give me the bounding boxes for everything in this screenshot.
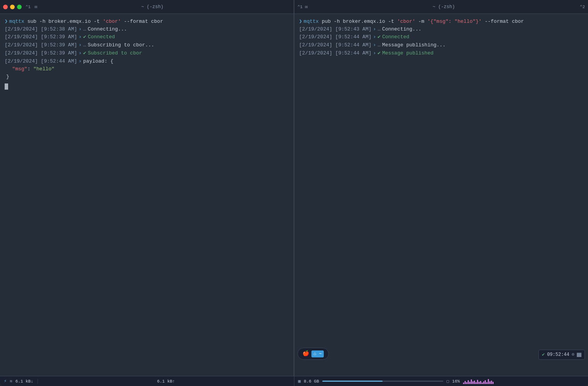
graph-bar-9: [475, 382, 477, 384]
left-cmd-sub: sub -h broker.emqx.io -t: [24, 18, 103, 26]
left-log-1-arrow: ›: [79, 33, 82, 41]
left-prompt: ❯: [5, 18, 8, 26]
minimize-button[interactable]: [10, 5, 15, 9]
left-payload-content: "msg": "hello": [5, 65, 289, 73]
left-log-1-timestamp: [2/19/2024] [9:52:39 AM]: [5, 33, 77, 41]
right-status-bar: ▦ 8.6 GB ▢ 16%: [294, 376, 588, 386]
left-terminal-content[interactable]: ❯ mqttx sub -h broker.emqx.io -t 'cbor' …: [0, 14, 294, 376]
left-cmd-mqttx: mqttx: [9, 18, 24, 26]
left-log-3-indicator: ✔: [83, 49, 86, 58]
left-log-0-msg: Connecting...: [88, 26, 127, 34]
right-log-1-arrow: ›: [373, 33, 376, 41]
left-log-4-arrow: ›: [79, 58, 82, 66]
right-cmd-mqttx: mqttx: [304, 18, 319, 26]
right-terminal-content[interactable]: ❯ mqttx pub -h broker.emqx.io -t 'cbor' …: [294, 14, 588, 376]
left-payload-close: }: [5, 73, 289, 81]
left-log-4: [2/19/2024] [9:52:44 AM] › payload: {: [5, 58, 289, 66]
left-log-0: [2/19/2024] [9:52:38 AM] › … Connecting.…: [5, 26, 289, 34]
left-log-3: [2/19/2024] [9:52:39 AM] › ✔ Subscribed …: [5, 49, 289, 58]
right-log-3-msg: Message published: [382, 49, 434, 58]
graph-bar-19: [491, 381, 492, 384]
right-log-3-indicator: ✔: [378, 49, 381, 58]
left-log-0-timestamp: [2/19/2024] [9:52:38 AM]: [5, 26, 77, 34]
left-command-line: ❯ mqttx sub -h broker.emqx.io -t 'cbor' …: [5, 18, 289, 26]
right-log-1-indicator: ✔: [378, 33, 381, 41]
right-shortcut-right: ⌃2: [580, 4, 585, 9]
ram-text: 8.6 GB: [304, 379, 319, 384]
right-log-1-timestamp: [2/19/2024] [9:52:44 AM]: [299, 33, 371, 41]
right-log-2-indicator: …: [378, 41, 381, 49]
left-tab-bar: ⌃1 ✉ ~ (-zsh): [0, 0, 294, 14]
right-log-2-arrow: ›: [373, 41, 376, 49]
graph-bar-5: [469, 382, 470, 384]
left-cursor: [5, 83, 8, 90]
left-log-1-msg: Connected: [88, 33, 115, 41]
left-log-1: [2/19/2024] [9:52:39 AM] › ✔ Connected: [5, 33, 289, 41]
left-cmd-format: --format cbor: [121, 18, 163, 26]
right-log-3: [2/19/2024] [9:52:44 AM] › ✔ Message pub…: [299, 49, 583, 58]
status-divider-1: │: [36, 379, 39, 384]
right-cmd-format: --format cbor: [482, 18, 524, 26]
left-log-3-msg: Subscribed to cbor: [88, 49, 142, 58]
right-tab-icon: ✉: [305, 4, 308, 10]
right-shortcut-left: ⌃1: [297, 4, 303, 9]
left-tab-title: ~ (-zsh): [37, 4, 267, 10]
right-log-2-timestamp: [2/19/2024] [9:52:44 AM]: [299, 41, 371, 49]
left-payload-key: "msg": [12, 66, 27, 72]
graph-bar-11: [479, 382, 480, 384]
time-check-icon: ✔: [542, 351, 545, 358]
graph-bar-7: [472, 381, 473, 384]
terminal-window: ⌃1 ✉ ~ (-zsh) ❯ mqttx sub -h broker.emqx…: [0, 0, 588, 386]
left-log-4-payload-label: payload: {: [83, 58, 113, 66]
left-payload-value: "hello": [33, 66, 55, 72]
window-controls: ⌃1 ✉: [3, 4, 37, 10]
right-log-0-arrow: ›: [373, 26, 376, 34]
cpu-graph: [463, 379, 584, 384]
right-cmd-pub: pub -h broker.emqx.io -t: [319, 18, 397, 26]
right-cmd-topic: 'cbor': [397, 18, 415, 26]
left-cursor-line: [5, 83, 289, 90]
right-log-1-msg: Connected: [382, 33, 409, 41]
left-pane: ⌃1 ✉ ~ (-zsh) ❯ mqttx sub -h broker.emqx…: [0, 0, 294, 376]
left-log-2-msg: Subscribing to cbor...: [88, 41, 154, 49]
right-cmd-json: '{"msg": "hello"}': [427, 18, 482, 26]
right-tab-title: ~ (-zsh): [308, 4, 579, 10]
left-shortcut: ⌃1: [26, 4, 31, 9]
home-badge: ⌂ ~: [311, 350, 324, 357]
left-status-bar: ⚡ ≋ 6.1 kB↓ │ 6.1 kB↑: [0, 376, 294, 386]
maximize-button[interactable]: [17, 5, 22, 9]
left-log-2: [2/19/2024] [9:52:39 AM] › … Subscribing…: [5, 41, 289, 49]
ram-icon: ▦: [298, 379, 301, 384]
time-clock-icon: ⊙: [572, 351, 574, 358]
right-log-0: [2/19/2024] [9:52:43 AM] › … Connecting.…: [299, 26, 583, 34]
ram-bar-container: [322, 381, 443, 382]
graph-bar-10: [477, 380, 478, 384]
status-bar: ⚡ ≋ 6.1 kB↓ │ 6.1 kB↑ ▦ 8.6 GB ▢ 16%: [0, 376, 588, 386]
left-tab-icon: ✉: [34, 4, 37, 10]
right-log-0-timestamp: [2/19/2024] [9:52:43 AM]: [299, 26, 371, 34]
graph-bar-15: [485, 380, 486, 384]
graph-bar-3: [466, 382, 467, 384]
graph-bar-4: [468, 380, 469, 384]
graph-bar-20: [492, 382, 494, 384]
graph-bar-6: [471, 379, 472, 384]
right-log-0-indicator: …: [378, 26, 381, 34]
terminal-panes: ⌃1 ✉ ~ (-zsh) ❯ mqttx sub -h broker.emqx…: [0, 0, 588, 376]
ram-bar-fill: [322, 381, 383, 382]
menubar-overlay: 🍎 ⌂ ~: [297, 348, 329, 360]
right-log-2-msg: Message publishing...: [382, 41, 446, 49]
left-log-0-indicator: …: [83, 26, 86, 34]
left-log-1-indicator: ✔: [83, 33, 86, 41]
right-cmd-m: -m: [415, 18, 427, 26]
left-log-2-indicator: …: [83, 41, 86, 49]
left-log-2-timestamp: [2/19/2024] [9:52:39 AM]: [5, 41, 77, 49]
left-log-3-timestamp: [2/19/2024] [9:52:39 AM]: [5, 49, 77, 58]
time-text: 09:52:44: [547, 351, 569, 358]
graph-bar-8: [474, 381, 475, 384]
right-log-2: [2/19/2024] [9:52:44 AM] › … Message pub…: [299, 41, 583, 49]
close-button[interactable]: [3, 5, 8, 9]
left-log-4-timestamp: [2/19/2024] [9:52:44 AM]: [5, 58, 77, 66]
cpu-percent: 16%: [452, 379, 460, 384]
time-display: ✔ 09:52:44 ⊙ ▓▓: [538, 350, 585, 360]
apple-icon: 🍎: [303, 350, 309, 358]
